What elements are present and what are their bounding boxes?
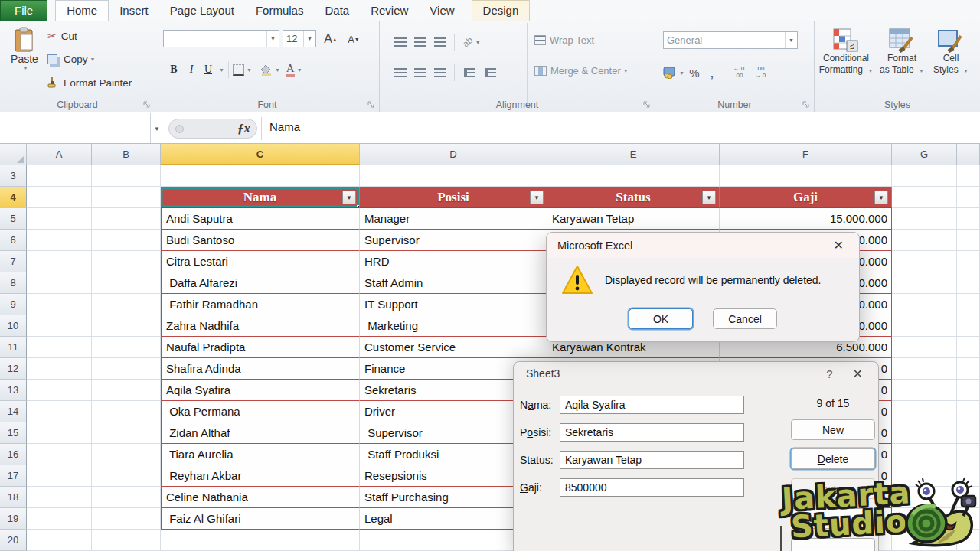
help-icon[interactable]: ? — [826, 367, 849, 380]
row-header-13[interactable]: 13 — [0, 380, 27, 401]
filter-button[interactable]: ▼ — [874, 191, 888, 204]
grid-cell[interactable] — [27, 272, 92, 294]
cancel-button[interactable]: Cancel — [713, 308, 777, 329]
column-header-E[interactable]: E — [547, 144, 720, 165]
bottom-align-button[interactable] — [430, 33, 450, 51]
form-button-hidden[interactable] — [791, 538, 875, 551]
grid-cell[interactable] — [892, 230, 957, 251]
row-header-5[interactable]: 5 — [0, 208, 27, 230]
grid-cell[interactable] — [92, 530, 161, 551]
middle-align-button[interactable] — [410, 33, 430, 51]
grid-cell[interactable] — [92, 251, 161, 272]
table-cell[interactable]: Shafira Adinda — [161, 358, 360, 380]
grid-cell[interactable] — [957, 187, 980, 208]
grid-cell[interactable] — [27, 465, 92, 487]
grid-cell[interactable] — [892, 358, 957, 380]
grid-cell[interactable] — [892, 508, 957, 530]
grid-cell[interactable] — [92, 187, 161, 208]
table-header-cell-status[interactable]: Status▼ — [547, 187, 720, 208]
grid-cell[interactable] — [161, 530, 360, 551]
table-cell[interactable]: Faiz Al Ghifari — [161, 508, 360, 530]
grid-cell[interactable] — [892, 465, 957, 487]
table-cell[interactable]: Zahra Nadhifa — [161, 315, 360, 337]
table-cell[interactable]: Reyhan Akbar — [161, 465, 360, 487]
grid-cell[interactable] — [27, 444, 92, 465]
tab-insert[interactable]: Insert — [109, 0, 159, 21]
grid-cell[interactable] — [27, 315, 92, 337]
tab-home[interactable]: Home — [55, 0, 109, 21]
dialog-launcher-icon[interactable] — [143, 101, 151, 109]
decrease-decimal-button[interactable]: .00 →.0 — [750, 64, 771, 82]
orientation-button[interactable]: ab ▼ — [459, 33, 485, 51]
table-cell[interactable]: Daffa Alfarezi — [161, 272, 360, 294]
grid-cell[interactable] — [27, 487, 92, 508]
form-title-bar[interactable]: Sheet3 ? ✕ — [514, 362, 878, 385]
tab-data[interactable]: Data — [314, 0, 360, 21]
row-header-16[interactable]: 16 — [0, 444, 27, 465]
table-cell[interactable]: Oka Permana — [161, 401, 360, 422]
close-icon[interactable]: ✕ — [850, 365, 866, 383]
name-box-dropdown-icon[interactable]: ▼ — [154, 126, 160, 132]
grid-cell[interactable] — [92, 508, 161, 530]
alert-title-bar[interactable]: Microsoft Excel ✕ — [547, 233, 859, 258]
column-header-D[interactable]: D — [360, 144, 547, 165]
tab-formulas[interactable]: Formulas — [245, 0, 315, 21]
grid-cell[interactable] — [92, 380, 161, 401]
table-cell[interactable]: Karyawan Tetap — [547, 208, 720, 230]
grow-font-button[interactable]: A▲ — [321, 30, 341, 48]
dialog-launcher-icon[interactable] — [643, 101, 651, 109]
grid-cell[interactable] — [92, 208, 161, 230]
row-header-14[interactable]: 14 — [0, 401, 27, 422]
table-cell[interactable]: Staff Admin — [360, 272, 547, 294]
grid-cell[interactable] — [892, 272, 957, 294]
table-cell[interactable]: Andi Saputra — [161, 208, 360, 230]
grid-cell[interactable] — [957, 380, 980, 401]
underline-button[interactable]: U — [200, 60, 217, 79]
row-header-10[interactable]: 10 — [0, 315, 27, 337]
row-header-19[interactable]: 19 — [0, 508, 27, 530]
grid-cell[interactable] — [92, 444, 161, 465]
tab-file[interactable]: File — [0, 0, 47, 21]
table-cell[interactable]: Celine Nathania — [161, 487, 360, 508]
gaji-field[interactable] — [560, 478, 744, 497]
grid-cell[interactable] — [27, 530, 92, 551]
grid-cell[interactable] — [27, 422, 92, 444]
row-header-18[interactable]: 18 — [0, 487, 27, 508]
filter-button[interactable]: ▼ — [702, 191, 716, 204]
tab-review[interactable]: Review — [360, 0, 419, 21]
align-left-button[interactable] — [390, 64, 410, 82]
grid-cell[interactable] — [27, 230, 92, 251]
grid-cell[interactable] — [892, 294, 957, 315]
grid-cell[interactable] — [957, 230, 980, 251]
table-cell[interactable]: Naufal Pradipta — [161, 337, 360, 358]
delete-button[interactable]: Delete — [791, 448, 875, 469]
grid-cell[interactable] — [957, 208, 980, 230]
grid-cell[interactable] — [27, 294, 92, 315]
grid-cell[interactable] — [92, 294, 161, 315]
font-color-button[interactable]: A ▼ — [286, 60, 302, 79]
table-header-cell-posisi[interactable]: Posisi▼ — [360, 187, 547, 208]
grid-cell[interactable] — [892, 401, 957, 422]
grid-cell[interactable] — [892, 251, 957, 272]
tab-page-layout[interactable]: Page Layout — [159, 0, 245, 21]
align-center-button[interactable] — [410, 64, 430, 82]
grid-cell[interactable] — [92, 422, 161, 444]
table-cell[interactable]: Marketing — [360, 315, 547, 337]
close-icon[interactable]: ✕ — [829, 236, 848, 254]
grid-cell[interactable] — [27, 187, 92, 208]
column-header-F[interactable]: F — [720, 144, 892, 165]
dialog-launcher-icon[interactable] — [802, 101, 810, 109]
grid-cell[interactable] — [92, 315, 161, 337]
grid-cell[interactable] — [957, 401, 980, 422]
table-header-cell-name[interactable]: Nama▼ — [161, 187, 360, 208]
percent-style-button[interactable]: % — [684, 64, 704, 82]
row-header-15[interactable]: 15 — [0, 422, 27, 444]
align-right-button[interactable] — [430, 64, 450, 82]
table-header-cell-gaji[interactable]: Gaji▼ — [720, 187, 892, 208]
italic-button[interactable]: I — [183, 60, 200, 79]
grid-cell[interactable] — [92, 165, 161, 187]
grid-cell[interactable] — [957, 294, 980, 315]
grid-cell[interactable] — [957, 165, 980, 187]
table-cell[interactable]: IT Support — [360, 294, 547, 315]
grid-cell[interactable] — [27, 358, 92, 380]
